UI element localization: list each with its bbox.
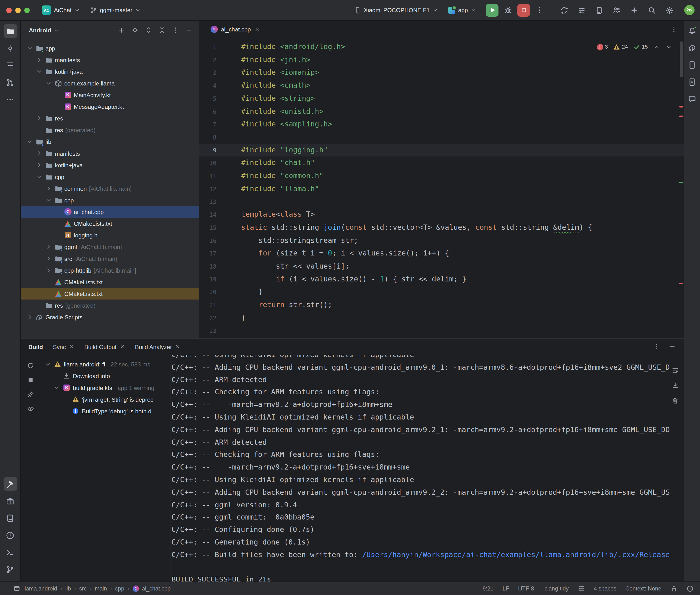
error-stripe[interactable]	[678, 38, 684, 338]
next-issue-icon[interactable]	[666, 44, 672, 51]
run-configuration-selector[interactable]: app	[445, 5, 480, 16]
more-vertical-button[interactable]	[533, 4, 545, 17]
code-line-14[interactable]: 14template<class T>	[199, 208, 684, 221]
pull-requests-tool-button[interactable]	[3, 76, 17, 89]
editor-tab-ai-chat-cpp[interactable]: C ai_chat.cpp	[205, 21, 264, 38]
expand-all-button[interactable]	[143, 25, 154, 35]
tree-item-ai-chat-cpp[interactable]: Cai_chat.cpp	[21, 206, 199, 218]
close-tab-icon[interactable]	[254, 26, 260, 32]
tree-item-kotlin-java[interactable]: kotlin+java	[21, 159, 199, 171]
device-manager-button[interactable]	[593, 4, 605, 16]
tree-item-cmakelists-txt[interactable]: CMakeLists.txt	[21, 288, 199, 300]
code-line-8[interactable]: 8	[199, 131, 684, 144]
device-manager-tool-button[interactable]	[686, 59, 699, 71]
caret-position-widget[interactable]: 9:21	[482, 585, 494, 591]
lock-open-icon[interactable]	[670, 585, 677, 592]
breadcrumb-src[interactable]: src	[79, 585, 86, 591]
tree-item-res[interactable]: res	[21, 112, 199, 124]
tree-item-com-example-llama[interactable]: com.example.llama	[21, 77, 199, 89]
hide-button[interactable]	[667, 341, 677, 352]
project-view-selector[interactable]: Android	[29, 27, 59, 33]
code-line-19[interactable]: 19 if (i < values.size() - 1) { str << d…	[199, 273, 684, 286]
tree-item-mainactivity-kt[interactable]: KMainActivity.kt	[21, 89, 199, 101]
tree-item-manifests[interactable]: manifests	[21, 54, 199, 66]
code-line-10[interactable]: 10#include "chat.h"	[199, 157, 684, 170]
tree-item-messageadapter-kt[interactable]: KMessageAdapter.kt	[21, 101, 199, 112]
build-tree-item-llama-android-fi[interactable]: llama.android: fi22 sec, 583 ms	[40, 358, 171, 370]
breadcrumb-main[interactable]: main	[95, 585, 107, 591]
code-line-18[interactable]: 18 str << values[i];	[199, 260, 684, 273]
code-line-11[interactable]: 11#include "common.h"	[199, 170, 684, 182]
indent-icon[interactable]	[578, 585, 585, 592]
build-tree-item-buildtype-debug-is-both-d[interactable]: BuildType 'debug' is both d	[40, 405, 171, 417]
breadcrumb-cpp[interactable]: cpp	[115, 585, 124, 591]
ai-assistant-button[interactable]	[628, 4, 640, 16]
build-tree-item-jvmtarget-string-is-deprec[interactable]: 'jvmTarget: String' is deprec	[40, 394, 171, 405]
code-line-5[interactable]: 5#include <string>	[199, 92, 684, 105]
editor[interactable]: 1#include <android/log.h>2#include <jni.…	[199, 38, 684, 338]
locate-button[interactable]	[130, 25, 140, 35]
soft-wrap-button[interactable]	[670, 365, 680, 375]
commit-tool-button[interactable]	[3, 41, 17, 55]
tree-item-kotlin-java[interactable]: kotlin+java	[21, 66, 199, 77]
code-line-20[interactable]: 20 }	[199, 286, 684, 299]
previous-issue-icon[interactable]	[653, 44, 660, 51]
tree-item-cmakelists-txt[interactable]: CMakeLists.txt	[21, 276, 199, 288]
close-tab-icon[interactable]	[175, 344, 180, 349]
terminal-tool-button[interactable]	[3, 545, 17, 559]
structure-tool-button[interactable]	[3, 59, 17, 72]
code-line-22[interactable]: 22}	[199, 312, 684, 324]
clear-button[interactable]	[670, 395, 680, 406]
code-line-3[interactable]: 3#include <iomanip>	[199, 66, 684, 79]
app-insights-tool-button[interactable]	[686, 93, 699, 105]
search-button[interactable]	[646, 4, 657, 16]
scroll-end-button[interactable]	[670, 380, 680, 391]
code-line-17[interactable]: 17 for (size_t i = 0; i < values.size();…	[199, 247, 684, 260]
tree-item-common-aichat-lib-main[interactable]: common[AiChat.lib.main]	[21, 182, 199, 194]
gradle-tool-button[interactable]	[686, 41, 699, 54]
plus-button[interactable]	[116, 25, 127, 35]
tree-item-res-generated[interactable]: res(generated)	[21, 124, 199, 136]
collapse-all-button[interactable]	[157, 25, 167, 35]
code-line-23[interactable]: 23	[199, 324, 684, 337]
code-line-4[interactable]: 4#include <cmath>	[199, 79, 684, 92]
stop-button[interactable]	[517, 4, 530, 17]
filter-eye-button[interactable]	[25, 403, 36, 414]
tree-item-ggml-aichat-lib-main[interactable]: ggml[AiChat.lib.main]	[21, 241, 199, 253]
project-widget[interactable]: AC AiChat	[38, 4, 83, 17]
close-tab-icon[interactable]	[119, 344, 125, 349]
status-indicator-icon[interactable]	[687, 585, 694, 592]
debug-button[interactable]	[502, 4, 514, 17]
tree-item-src-aichat-lib-main[interactable]: src[AiChat.lib.main]	[21, 253, 199, 264]
error-stripe-mark[interactable]	[679, 115, 683, 117]
build-files-link[interactable]: /Users/hanyin/Workspace/ai-chat/examples…	[362, 550, 670, 559]
breadcrumb-lib[interactable]: lib	[65, 585, 71, 591]
tree-item-cpp-httplib-aichat-lib-main[interactable]: cpp-httplib[AiChat.lib.main]	[21, 264, 199, 276]
tree-item-lib[interactable]: lib	[21, 136, 199, 147]
scrollbar-thumb[interactable]	[680, 41, 683, 77]
build-tool-button[interactable]	[3, 477, 17, 491]
build-tab-build-output[interactable]: Build Output	[84, 343, 125, 350]
close-tab-icon[interactable]	[69, 344, 75, 349]
tree-item-cmakelists-txt[interactable]: CMakeLists.txt	[21, 218, 199, 229]
code-line-16[interactable]: 16 std::ostringstream str;	[199, 234, 684, 247]
build-tab-sync[interactable]: Sync	[53, 343, 74, 350]
hide-button[interactable]	[184, 25, 194, 35]
notifications-tool-button[interactable]	[686, 24, 699, 37]
error-stripe-mark[interactable]	[679, 106, 683, 108]
tree-item-cpp[interactable]: cpp	[21, 194, 199, 206]
code-with-me-button[interactable]	[611, 4, 623, 16]
pin-button[interactable]	[25, 389, 36, 400]
sync-project-button[interactable]	[558, 4, 570, 16]
tree-item-res-generated[interactable]: res(generated)	[21, 300, 199, 311]
refresh-button[interactable]	[25, 360, 36, 371]
problems-tool-button[interactable]	[3, 528, 17, 542]
device-explorer-tool-button[interactable]	[3, 511, 17, 525]
fullscreen-window-button[interactable]	[24, 7, 30, 13]
code-style-widget[interactable]: .clang-tidy	[543, 585, 569, 591]
build-tree-item-build-gradle-kts[interactable]: Kbuild.gradle.ktsapp 1 warning	[40, 382, 171, 394]
running-devices-tool-button[interactable]	[686, 76, 699, 88]
code-line-13[interactable]: 13	[199, 196, 684, 208]
code-line-6[interactable]: 6#include <unistd.h>	[199, 105, 684, 118]
stop-filled-button[interactable]	[25, 374, 36, 385]
